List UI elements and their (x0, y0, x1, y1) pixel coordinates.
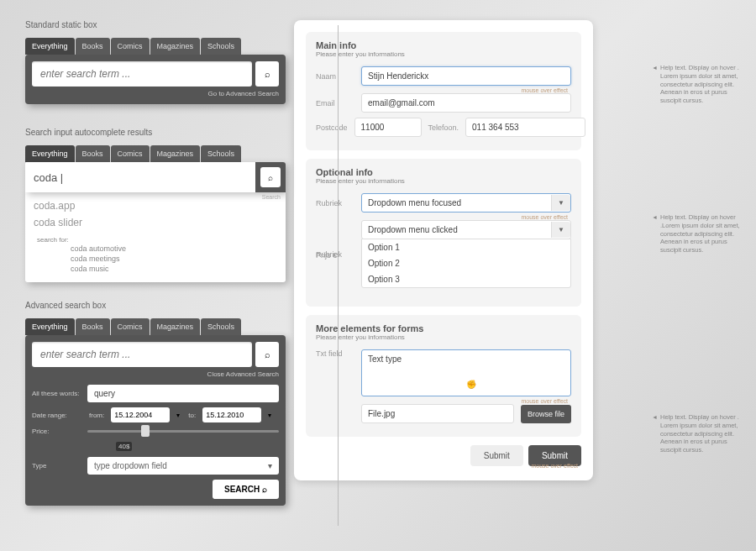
more-elements-section: More elements for forms Please enter you… (306, 315, 581, 437)
chevron-down-icon[interactable]: ▾ (266, 412, 273, 419)
search-icon[interactable]: ⌕ (260, 167, 281, 187)
tab-comics[interactable]: Comics (111, 145, 150, 162)
submit-button-light[interactable]: Submit (470, 445, 523, 466)
naam-label: Naam (316, 72, 354, 81)
date-range-label: Date range: (32, 412, 82, 419)
static-search-box: ⌕ Go to Advanced Search (25, 55, 286, 104)
optional-title: Optional info (316, 167, 571, 177)
browse-file-button[interactable]: Browse file (521, 405, 571, 423)
mouse-over-label: mouse over effect (316, 398, 568, 404)
telefoon-label: Telefoon. (428, 123, 459, 132)
mouse-over-label: mouse over effect (316, 87, 568, 93)
type-label: Type (32, 462, 82, 470)
email-label: Email (316, 99, 354, 108)
price-label: Price: (32, 428, 82, 435)
textarea[interactable]: Text type ✊ (361, 349, 571, 396)
all-words-label: All these words: (32, 390, 82, 397)
type-value: type dropdown field (94, 461, 167, 470)
section-title-advanced: Advanced search box (25, 301, 286, 310)
search-label: Search (262, 194, 281, 200)
autocomplete-item[interactable]: coda.app (34, 197, 277, 214)
dropdown-value: Dropdown menu focused (368, 198, 461, 207)
tabs-static: Everything Books Comics Magazines School… (25, 38, 286, 55)
search-button[interactable]: SEARCH ⌕ (213, 480, 279, 499)
price-value: 40$ (116, 442, 132, 451)
go-advanced-link[interactable]: Go to Advanced Search (32, 90, 279, 97)
tab-schools[interactable]: Schools (201, 318, 241, 335)
tab-books[interactable]: Books (76, 38, 110, 55)
dropdown-focused[interactable]: Dropdown menu focused ▼ (361, 193, 571, 213)
naam-input[interactable] (361, 66, 571, 86)
email-input[interactable] (361, 93, 571, 113)
file-input[interactable] (361, 404, 514, 423)
dropdown-option[interactable]: Option 3 (362, 271, 570, 287)
autocomplete-dropdown: coda.app coda slider search for: coda au… (25, 192, 286, 282)
autocomplete-input[interactable] (25, 162, 252, 192)
dropdown-value: Dropdown menu clicked (368, 225, 458, 234)
dropdown-clicked[interactable]: Dropdown menu clicked ▼ (361, 220, 571, 239)
prijs-label: Prijs € (316, 251, 354, 260)
search-icon[interactable]: ⌕ (255, 61, 279, 87)
tab-magazines[interactable]: Magazines (150, 145, 201, 162)
chevron-down-icon: ▼ (551, 222, 570, 238)
tab-everything[interactable]: Everything (25, 145, 75, 162)
search-for-label: search for: (37, 236, 277, 244)
postcode-input[interactable] (354, 118, 422, 137)
price-slider[interactable] (87, 430, 279, 433)
main-info-title: Main info (316, 40, 571, 50)
chevron-down-icon: ▾ (268, 461, 272, 470)
autocomplete-input-row: ⌕ Search (25, 162, 286, 192)
tabs-advanced: Everything Books Comics Magazines School… (25, 318, 286, 335)
tab-everything[interactable]: Everything (25, 318, 75, 335)
mouse-over-label: mouse over effect (306, 463, 578, 469)
help-text: Help text. Display on hover . Lorem ipsu… (660, 413, 741, 454)
dropdown-list: Option 1 Option 2 Option 3 (361, 239, 571, 288)
main-info-subtitle: Please enter you informations (316, 50, 571, 58)
dropdown-option[interactable]: Option 2 (362, 255, 570, 271)
tab-books[interactable]: Books (76, 145, 110, 162)
txt-field-label: Txt field (316, 349, 354, 358)
all-words-input[interactable] (87, 385, 279, 402)
close-advanced-link[interactable]: Close Advanced Search (32, 370, 279, 378)
more-subtitle: Please enter you informations (316, 333, 571, 341)
advanced-search-input[interactable] (32, 342, 252, 367)
autocomplete-item[interactable]: coda slider (34, 214, 277, 231)
rubriek-label: Rubriek (316, 199, 354, 207)
more-title: More elements for forms (316, 323, 571, 333)
mouse-over-label: mouse over effect (316, 214, 568, 220)
tab-magazines[interactable]: Magazines (150, 318, 201, 335)
advanced-search-box: ⌕ Close Advanced Search All these words:… (25, 335, 286, 506)
type-dropdown[interactable]: type dropdown field ▾ (87, 457, 279, 475)
help-text: Help text. Display on hover .Lorem ipsum… (660, 213, 741, 255)
divider (338, 25, 339, 526)
date-to-input[interactable] (202, 407, 261, 422)
tab-schools[interactable]: Schools (201, 145, 241, 162)
from-label: from: (87, 412, 106, 419)
telefoon-input[interactable] (465, 118, 585, 137)
main-info-section: Main info Please enter you informations … (306, 32, 581, 150)
tab-everything[interactable]: Everything (25, 38, 75, 55)
postcode-label: Postcode (316, 123, 348, 132)
chevron-down-icon: ▼ (551, 195, 570, 211)
tab-schools[interactable]: Schools (201, 38, 241, 55)
dropdown-option[interactable]: Option 1 (362, 239, 570, 255)
help-text: Help text. Display on hover . Lorem ipsu… (660, 64, 741, 105)
chevron-down-icon[interactable]: ▾ (175, 412, 181, 419)
tabs-autocomplete: Everything Books Comics Magazines School… (25, 145, 286, 162)
search-icon[interactable]: ⌕ (255, 342, 279, 367)
autocomplete-subitem[interactable]: coda automotive (34, 244, 277, 254)
optional-subtitle: Please enter you informations (316, 177, 571, 185)
textarea-value: Text type (368, 354, 402, 364)
tab-comics[interactable]: Comics (111, 318, 150, 335)
search-input[interactable] (32, 61, 252, 87)
autocomplete-subitem[interactable]: coda music (34, 264, 277, 274)
section-title-static: Standard static box (25, 20, 286, 29)
tab-books[interactable]: Books (76, 318, 110, 335)
tab-comics[interactable]: Comics (111, 38, 150, 55)
date-from-input[interactable] (111, 407, 170, 422)
form-panel: Main info Please enter you informations … (294, 20, 593, 480)
optional-info-section: Optional info Please enter you informati… (306, 159, 581, 307)
section-title-autocomplete: Search input autocomplete results (25, 128, 286, 137)
tab-magazines[interactable]: Magazines (150, 38, 201, 55)
autocomplete-subitem[interactable]: coda meetings (34, 254, 277, 264)
